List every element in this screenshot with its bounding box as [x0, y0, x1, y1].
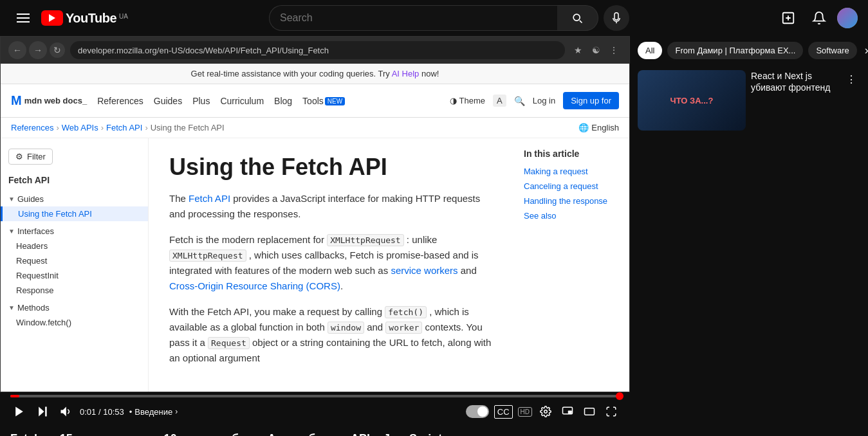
time-total: 10:53 — [103, 407, 124, 417]
svg-rect-1 — [17, 17, 30, 19]
article-paragraph-3: With the Fetch API, you make a request b… — [169, 304, 493, 366]
login-button[interactable]: Log in — [533, 96, 555, 105]
toc-making-request[interactable]: Making a request — [524, 167, 619, 176]
browser-menu[interactable]: ⋮ — [606, 42, 622, 58]
xmlhttprequest-code-2: XMLHttpRequest — [169, 250, 246, 262]
signup-button[interactable]: Sign up for — [563, 92, 619, 109]
breadcrumb-references[interactable]: References — [11, 123, 53, 132]
breadcrumb-fetchapi[interactable]: Fetch API — [106, 123, 142, 132]
right-panel: All From Дамир | Платформа EX... Softwar… — [630, 36, 868, 436]
search-button[interactable] — [557, 5, 598, 31]
tab-all[interactable]: All — [638, 42, 662, 59]
toggle-knob — [477, 406, 488, 417]
play-button[interactable] — [10, 403, 28, 421]
theme-button[interactable]: ◑ Theme — [450, 96, 485, 105]
yt-logo-text: YouTube — [66, 11, 116, 26]
refresh-button[interactable]: ↻ — [50, 42, 65, 58]
avatar[interactable] — [837, 8, 858, 28]
browser-window: ← → ↻ developer.mozilla.org/en-US/docs/W… — [0, 36, 630, 392]
sidebar-item-request[interactable]: Request — [1, 253, 148, 268]
notifications-button[interactable] — [806, 5, 832, 31]
captions-button[interactable]: CC — [494, 405, 513, 419]
filter-button[interactable]: ⚙ Filter — [8, 149, 53, 165]
mdn-banner-text: Get real-time assistance with your codin… — [191, 69, 392, 78]
volume-button[interactable] — [57, 403, 75, 421]
breadcrumb-current: Using the Fetch API — [151, 123, 225, 132]
fetch-api-link[interactable]: Fetch API — [189, 193, 230, 204]
mdn-search-button[interactable]: 🔍 — [514, 96, 525, 106]
voice-search-button[interactable] — [604, 5, 629, 31]
progress-bar[interactable] — [10, 395, 620, 397]
sidebar-methods-header[interactable]: ▼ Methods — [1, 300, 148, 315]
extensions-button[interactable]: ☯ — [588, 42, 604, 58]
cors-link[interactable]: Cross-Origin Resource Sharing (CORS) — [169, 280, 340, 291]
mdn-banner-suffix: now! — [421, 69, 439, 78]
next-button[interactable] — [33, 403, 51, 421]
language-label: English — [591, 123, 619, 132]
sidebar-title: Fetch API — [1, 170, 148, 190]
fullscreen-button[interactable] — [603, 403, 620, 420]
hamburger-menu[interactable] — [10, 5, 36, 31]
arrow-down-icon-3: ▼ — [8, 304, 15, 311]
video-area: ← → ↻ developer.mozilla.org/en-US/docs/W… — [0, 36, 630, 436]
miniplayer-button[interactable] — [559, 403, 576, 420]
sidebar-interfaces-header[interactable]: ▼ Interfaces — [1, 224, 148, 239]
theater-button[interactable] — [581, 403, 598, 420]
svg-marker-4 — [15, 407, 23, 417]
mdn-logo[interactable]: M mdn web docs_ — [11, 93, 87, 108]
tabs-arrow[interactable]: › — [862, 41, 868, 60]
sidebar-item-windowfetch[interactable]: Window.fetch() — [1, 315, 148, 330]
nav-references[interactable]: References — [97, 96, 143, 106]
mdn-body: ⚙ Filter Fetch API ▼ Guides Using the Fe… — [1, 138, 629, 392]
nav-blog[interactable]: Blog — [274, 96, 292, 106]
progress-dot — [616, 392, 623, 400]
breadcrumb-webapis[interactable]: Web APIs — [62, 123, 98, 132]
arrow-down-icon-2: ▼ — [8, 228, 15, 235]
back-button[interactable]: ← — [8, 41, 26, 59]
toc-canceling-request[interactable]: Canceling a request — [524, 181, 619, 191]
nav-guides[interactable]: Guides — [154, 96, 182, 106]
mdn-logo-icon: M — [11, 93, 22, 108]
add-video-button[interactable] — [775, 5, 801, 31]
suggested-more-button[interactable]: ⋮ — [842, 70, 860, 88]
language-button[interactable]: 🌐 English — [578, 123, 619, 132]
ai-help-link[interactable]: AI Help — [392, 69, 420, 78]
mdn-page: Get real-time assistance with your codin… — [1, 64, 629, 392]
tab-software[interactable]: Software — [808, 42, 856, 59]
nav-plus[interactable]: Plus — [192, 96, 210, 106]
sidebar-item-using-fetch[interactable]: Using the Fetch API — [1, 206, 148, 221]
settings-button[interactable] — [537, 403, 554, 420]
search-input[interactable] — [269, 5, 557, 31]
toc-panel: In this article Making a request Canceli… — [513, 138, 629, 392]
nav-curriculum[interactable]: Curriculum — [220, 96, 264, 106]
right-panel-tabs: All From Дамир | Платформа EX... Softwar… — [630, 36, 868, 65]
suggested-item[interactable]: ЧТО ЗА...? React и Next js убивают фронт… — [638, 70, 860, 131]
chapter-arrow-icon: › — [175, 407, 178, 416]
service-workers-link[interactable]: service workers — [391, 265, 457, 276]
bookmark-button[interactable]: ★ — [570, 42, 586, 58]
mdn-breadcrumb: References › Web APIs › Fetch API › Usin… — [1, 118, 629, 138]
forward-button[interactable]: → — [29, 41, 47, 59]
svg-rect-10 — [585, 408, 595, 415]
nav-tools[interactable]: ToolsNEW — [302, 96, 345, 106]
toc-handling-response[interactable]: Handling the response — [524, 196, 619, 206]
youtube-logo[interactable]: YouTube UA — [41, 10, 128, 26]
suggested-thumbnail: ЧТО ЗА...? — [638, 70, 746, 131]
toc-see-also[interactable]: See also — [524, 211, 619, 221]
address-bar[interactable]: developer.mozilla.org/en-US/docs/Web/API… — [70, 41, 565, 59]
sidebar-item-response[interactable]: Response — [1, 283, 148, 298]
sidebar-item-headers[interactable]: Headers — [1, 239, 148, 253]
controls-right: CC HD — [466, 403, 620, 420]
controls-row: 0:01 / 10:53 • Введение › CC HD — [10, 397, 620, 426]
sidebar-section-guides: ▼ Guides Using the Fetch API — [1, 190, 148, 223]
sidebar-item-requestinit[interactable]: RequestInit — [1, 268, 148, 283]
autoplay-toggle[interactable] — [466, 405, 489, 418]
sidebar-guides-header[interactable]: ▼ Guides — [1, 192, 148, 206]
yt-logo-icon — [41, 10, 63, 26]
time-current: 0:01 — [80, 407, 96, 417]
article-body: The Fetch API provides a JavaScript inte… — [169, 191, 493, 366]
suggested-thumb-image: ЧТО ЗА...? — [638, 70, 746, 131]
theme-icon: ◑ — [450, 96, 457, 105]
search-bar — [269, 5, 629, 31]
tab-from-channel[interactable]: From Дамир | Платформа EX... — [667, 42, 803, 59]
